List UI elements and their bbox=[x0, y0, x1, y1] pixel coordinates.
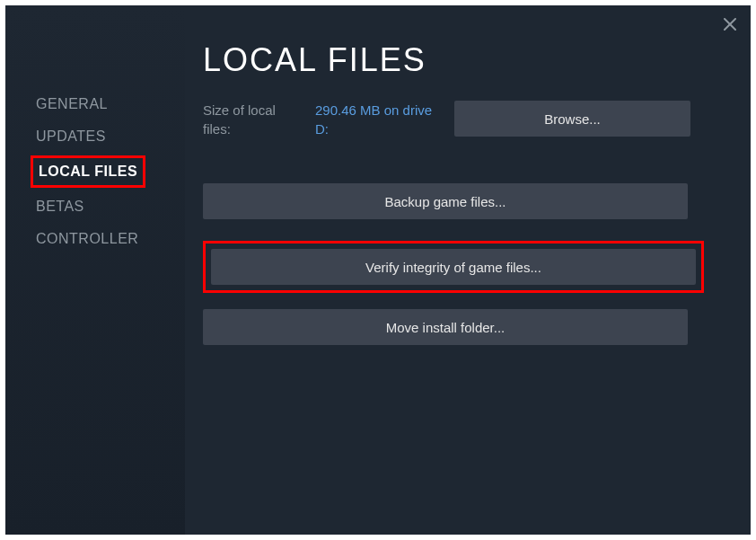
backup-button[interactable]: Backup game files... bbox=[203, 183, 688, 219]
sidebar-item-local-files[interactable]: LOCAL FILES bbox=[31, 155, 145, 188]
sidebar-item-betas[interactable]: BETAS bbox=[31, 193, 90, 220]
browse-button[interactable]: Browse... bbox=[454, 101, 690, 137]
verify-integrity-button[interactable]: Verify integrity of game files... bbox=[211, 249, 696, 285]
move-folder-button[interactable]: Move install folder... bbox=[203, 309, 688, 345]
sidebar-item-general[interactable]: GENERAL bbox=[31, 91, 113, 118]
verify-highlight: Verify integrity of game files... bbox=[203, 241, 704, 293]
sidebar-item-updates[interactable]: UPDATES bbox=[31, 123, 111, 150]
settings-window: GENERAL UPDATES LOCAL FILES BETAS CONTRO… bbox=[5, 5, 751, 535]
close-button[interactable] bbox=[722, 16, 738, 32]
sidebar-item-controller[interactable]: CONTROLLER bbox=[31, 226, 144, 252]
content-panel: LOCAL FILES Size of local files: 290.46 … bbox=[185, 5, 751, 535]
sidebar: GENERAL UPDATES LOCAL FILES BETAS CONTRO… bbox=[5, 5, 185, 535]
page-title: LOCAL FILES bbox=[203, 41, 715, 79]
size-value-link[interactable]: 290.46 MB on drive D: bbox=[315, 101, 436, 138]
close-icon bbox=[724, 18, 736, 31]
size-info-row: Size of local files: 290.46 MB on drive … bbox=[203, 101, 715, 138]
size-label: Size of local files: bbox=[203, 101, 297, 138]
actions-section: Backup game files... Verify integrity of… bbox=[203, 183, 715, 367]
